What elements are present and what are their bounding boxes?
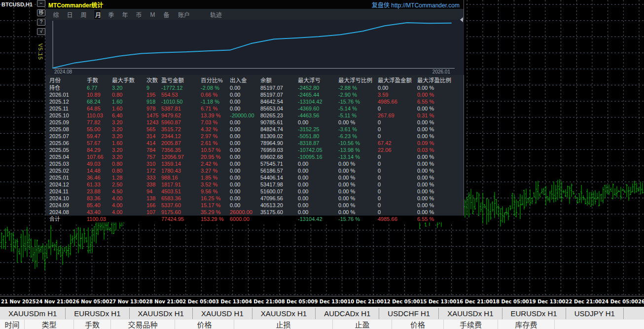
panel-tab-6[interactable]: 币: [135, 10, 143, 19]
stats-cell: 107.66: [87, 153, 112, 160]
trade-header-0[interactable]: 时间: [0, 320, 25, 329]
stats-cell: -2.88 %: [338, 84, 378, 91]
stats-cell: 0: [378, 209, 417, 216]
brand-url[interactable]: http://MTCommander.com: [391, 2, 460, 9]
stats-cell: 0.00 %: [417, 105, 464, 112]
stats-cell: 13.39 %: [201, 112, 230, 119]
stats-cell: 3515.72: [161, 126, 201, 133]
stats-cell: -1010.50: [161, 98, 201, 105]
help-button[interactable]: ?: [37, 19, 45, 26]
stats-header-cell: 月份: [49, 76, 87, 84]
stats-cell: 0.00 %: [417, 84, 464, 91]
trade-header-2[interactable]: 手数: [74, 320, 111, 329]
stats-cell: 6000.00: [230, 216, 260, 222]
version-label: V5.15: [37, 43, 43, 60]
timeline-label: 2 Dec 05:00: [182, 299, 215, 304]
stats-cell: 0.00: [298, 167, 338, 174]
panel-tab-0[interactable]: 综: [52, 10, 60, 19]
stats-cell: 0.00: [230, 160, 260, 167]
stats-cell: 3.20: [112, 133, 146, 140]
stats-cell: 77424.95: [161, 216, 201, 222]
panel-tab-1[interactable]: 日: [66, 10, 73, 19]
stats-cell: 4.50: [112, 188, 146, 195]
stats-cell: 2025.10: [49, 112, 87, 119]
panel-tab-7[interactable]: M: [149, 11, 156, 18]
stats-header-cell: 百分比%: [201, 76, 230, 84]
symbol-tab-0[interactable]: XAUUSDm H1: [0, 308, 66, 319]
stats-row-2025.04: 2025.04107.663.2075712056.9720.95 %0.006…: [45, 153, 464, 160]
trade-header-3[interactable]: 交易品种: [111, 320, 175, 329]
panel-tab-8[interactable]: 备: [163, 10, 170, 19]
stats-cell: 1.60: [112, 105, 146, 112]
trade-header-5[interactable]: 止损: [234, 320, 333, 329]
stats-cell: 988.16: [161, 174, 201, 181]
trade-header-1[interactable]: 类型: [25, 320, 74, 329]
symbol-tab-4[interactable]: XAUUSDx H1: [252, 308, 316, 319]
monthly-stats-table: 月份手数最大手数次数盈亏金额百分比%出入金余额最大浮亏最大浮亏比例最大浮盈金额最…: [45, 76, 464, 222]
stats-cell: 757: [146, 153, 161, 160]
trade-header-9[interactable]: 库存费: [498, 320, 555, 329]
stats-cell: 0.00: [298, 174, 338, 181]
symbol-tab-2[interactable]: XAUUSDx H1: [130, 308, 193, 319]
stats-cell: 1100.03: [87, 216, 112, 222]
stats-row-2025.08: 2025.0855.003.205653515.724.32 %0.008482…: [45, 126, 464, 133]
stats-row-2025.10: 2025.10110.036.4014759479.6213.39 %-2000…: [45, 112, 464, 119]
stats-cell: -6.23 %: [338, 133, 378, 140]
trade-header-4[interactable]: 价格: [175, 320, 234, 329]
trade-header-7[interactable]: 价格: [392, 320, 444, 329]
move-button[interactable]: 移: [37, 9, 45, 16]
chart-symbol-label: BTCUSD,H1: [1, 1, 33, 7]
symbol-tab-8[interactable]: EURUSDx H1: [502, 308, 566, 319]
minimize-button[interactable]: −: [37, 0, 45, 7]
stats-cell: 2025.12: [49, 98, 87, 105]
panel-brand-link[interactable]: 复盘侠 http://MTCommander.com: [372, 0, 460, 9]
panel-tab-4[interactable]: 季: [107, 10, 115, 19]
panel-tab-2[interactable]: 周: [80, 10, 87, 19]
stats-cell: 2024.10: [49, 195, 87, 202]
panel-collapse-arrow-icon[interactable]: [460, 17, 463, 22]
stats-cell: 4985.66: [378, 216, 417, 222]
stats-row-2025.01: 2025.0136.461.28333988.161.85 %0.0054406…: [45, 174, 464, 181]
stats-cell: 57.67: [87, 140, 112, 146]
stats-cell: 53417.98: [260, 181, 298, 188]
timeline-label: 21 Nov 2025: [1, 299, 36, 304]
apply-button[interactable]: √: [37, 28, 45, 35]
panel-tab-5[interactable]: 年: [121, 10, 129, 19]
stats-row-2025.07: 2025.0759.473.203142344.122.97 %0.008130…: [45, 133, 464, 140]
panel-tab-trajectory[interactable]: 轨迹: [209, 10, 223, 19]
panel-tab-9[interactable]: 账户: [177, 10, 191, 19]
stats-cell: 0.00 %: [417, 133, 464, 140]
stats-cell: -1772.12: [161, 84, 201, 91]
stats-row-2025.12: 2025.1268.241.60918-1010.50-1.18 %0.0084…: [45, 98, 464, 105]
stats-cell: 9175.60: [161, 209, 201, 216]
stats-cell: 333: [146, 174, 161, 181]
terminal-screen: BTCUSD,H1 −移?√ V5.15 MTCommander统计 复盘侠 h…: [0, 0, 644, 329]
stats-cell: 64.85: [87, 105, 112, 112]
symbol-tab-1[interactable]: EURUSDx H1: [66, 308, 129, 319]
symbol-tab-6[interactable]: USDCHF H1: [379, 308, 439, 319]
stats-cell: [112, 216, 146, 222]
stats-row-2024.11: 2024.1123.884.50944503.519.56 %0.0051600…: [45, 188, 464, 195]
stats-cell: 107: [146, 209, 161, 216]
timeline-label: 3 Dec 13:00: [215, 299, 249, 304]
timeline-label: 8 Dec 05:00: [282, 299, 315, 304]
stats-cell: 0.00: [298, 160, 338, 167]
stats-cell: 36.46: [87, 174, 112, 181]
panel-tab-3[interactable]: 月: [94, 9, 101, 20]
timeline-label: 22 Dec 21:00: [566, 299, 602, 304]
stats-header-cell: 最大浮盈金额: [378, 76, 417, 84]
stats-cell: 2025.11: [49, 105, 87, 112]
stats-cell: 4985.66: [378, 98, 417, 105]
trade-header-6[interactable]: 止盈: [333, 320, 392, 329]
stats-cell: 0.31 %: [417, 112, 464, 119]
stats-cell: 0.00 %: [338, 119, 378, 126]
symbol-tab-5[interactable]: AUDCADx H1: [316, 308, 379, 319]
symbol-tab-3[interactable]: XAUUSD H1: [193, 308, 252, 319]
symbol-tab-9[interactable]: USDJPY H1: [566, 308, 624, 319]
stats-cell: [146, 216, 161, 222]
stats-cell: 2024.09: [49, 202, 87, 209]
stats-cell: 2024.12: [49, 181, 87, 188]
symbol-tab-7[interactable]: XAUUSDx H1: [439, 308, 502, 319]
panel-titlebar[interactable]: MTCommander统计 复盘侠 http://MTCommander.com: [45, 0, 464, 9]
trade-header-8[interactable]: 手续费: [444, 320, 498, 329]
